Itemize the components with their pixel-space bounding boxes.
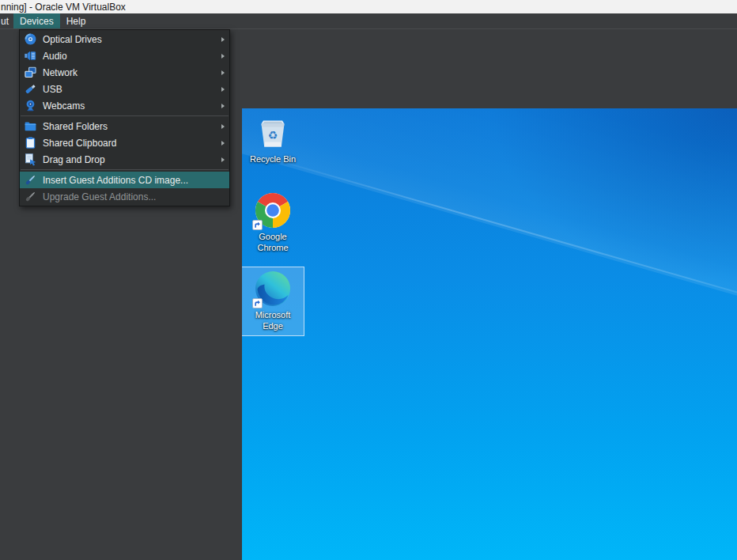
menu-item-label: Audio <box>43 51 217 62</box>
wallpaper-light-ray <box>242 108 737 327</box>
drag-and-drop-icon <box>24 153 37 166</box>
title-bar[interactable]: nning] - Oracle VM VirtualBox <box>0 0 737 13</box>
desktop-icon-label: Google <box>257 232 288 243</box>
menu-item-optical-drives[interactable]: Optical Drives <box>20 31 229 47</box>
virtualbox-window: nning] - Oracle VM VirtualBox ut Devices… <box>0 0 737 560</box>
submenu-arrow-icon <box>217 141 225 146</box>
screwdriver-icon <box>24 173 37 187</box>
desktop-icon-google-chrome[interactable]: GoogleChrome <box>242 189 304 257</box>
submenu-arrow-icon <box>217 54 225 59</box>
menu-item-label: Webcams <box>43 100 217 112</box>
menu-item-label: Shared Clipboard <box>43 138 217 149</box>
menubar-item-label: ut <box>1 16 9 27</box>
menu-item-label: Shared Folders <box>43 121 217 132</box>
recycle-bin-icon: ♻ <box>254 114 292 152</box>
screwdriver-disabled-icon <box>24 190 37 203</box>
desktop-icon-label: Recycle Bin <box>250 154 296 165</box>
menu-item-insert-guest-additions[interactable]: Insert Guest Additions CD image... <box>20 172 229 188</box>
submenu-arrow-icon <box>217 87 225 92</box>
menu-item-label: USB <box>43 84 217 95</box>
menu-separator <box>21 169 229 170</box>
optical-drive-icon <box>24 32 37 46</box>
chrome-icon <box>254 191 292 229</box>
menubar-item-label: Devices <box>20 16 54 27</box>
webcam-icon <box>24 99 37 112</box>
desktop-icon-label: Edge <box>255 321 291 332</box>
vm-desktop-screen[interactable]: ♻ Recycle Bin GoogleChrome MicrosoftEdge <box>242 108 737 560</box>
window-title: nning] - Oracle VM VirtualBox <box>0 2 126 13</box>
menu-item-shared-folders[interactable]: Shared Folders <box>20 118 229 134</box>
menubar-item-devices[interactable]: Devices <box>13 13 60 28</box>
shortcut-arrow-icon <box>252 298 263 308</box>
menu-item-label: Drag and Drop <box>43 154 217 165</box>
menubar-item-help[interactable]: Help <box>60 13 93 28</box>
submenu-arrow-icon <box>217 70 225 75</box>
menu-item-upgrade-guest-additions: Upgrade Guest Additions... <box>20 188 229 205</box>
menu-item-label: Upgrade Guest Additions... <box>43 191 217 202</box>
shared-folders-icon <box>24 119 37 133</box>
menu-item-webcams[interactable]: Webcams <box>20 97 229 114</box>
desktop-icon-label: Chrome <box>257 243 288 254</box>
menu-bar: ut Devices Help <box>0 13 737 29</box>
desktop-icon-microsoft-edge[interactable]: MicrosoftEdge <box>242 267 304 335</box>
edge-icon <box>254 270 292 308</box>
devices-menu-panel: Optical Drives Audio Network USB Webcams… <box>19 29 230 206</box>
submenu-arrow-icon <box>217 104 225 108</box>
shortcut-arrow-icon <box>252 220 263 230</box>
submenu-arrow-icon <box>217 124 225 129</box>
desktop-icon-label: Microsoft <box>255 310 291 321</box>
svg-text:♻: ♻ <box>268 129 278 142</box>
desktop-icon-recycle-bin[interactable]: ♻ Recycle Bin <box>242 112 304 169</box>
submenu-arrow-icon <box>217 157 225 162</box>
menubar-item-input-partial[interactable]: ut <box>0 13 13 28</box>
menu-item-drag-and-drop[interactable]: Drag and Drop <box>20 151 229 168</box>
audio-icon <box>24 49 37 62</box>
menu-item-label: Insert Guest Additions CD image... <box>43 175 217 186</box>
network-icon <box>24 66 37 79</box>
menubar-item-label: Help <box>66 16 86 27</box>
menu-item-shared-clipboard[interactable]: Shared Clipboard <box>20 134 229 151</box>
wallpaper-light-ray <box>242 149 737 322</box>
menu-item-usb[interactable]: USB <box>20 81 229 97</box>
menu-separator <box>21 115 229 116</box>
usb-icon <box>24 82 37 96</box>
menu-item-audio[interactable]: Audio <box>20 47 229 64</box>
shared-clipboard-icon <box>24 136 37 149</box>
submenu-arrow-icon <box>217 37 225 42</box>
menu-item-network[interactable]: Network <box>20 64 229 81</box>
menu-item-label: Network <box>43 67 217 78</box>
menu-item-label: Optical Drives <box>43 34 217 45</box>
